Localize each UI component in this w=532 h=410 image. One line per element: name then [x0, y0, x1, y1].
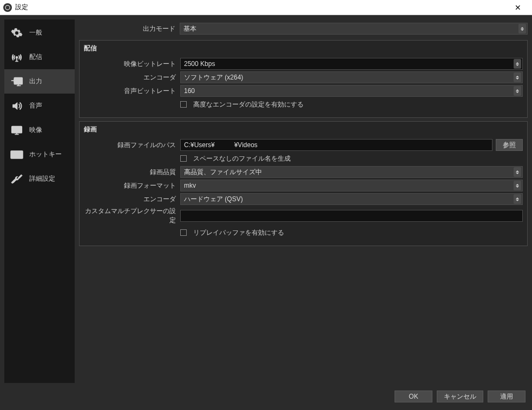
video-bitrate-label: 映像ビットレート	[84, 59, 180, 69]
record-path-input[interactable]: C:¥Users¥ ¥Videos	[180, 139, 492, 151]
muxer-label: カスタムマルチプレクサーの設定	[84, 207, 180, 225]
record-encoder-select[interactable]: ハードウェア (QSV)	[180, 193, 523, 205]
output-mode-label: 出力モード	[79, 24, 180, 34]
stream-panel: 配信 映像ビットレート 2500 Kbps エンコーダ ソフトウェア (x264…	[79, 40, 528, 118]
chevron-updown-icon	[514, 167, 521, 177]
sidebar-item-audio[interactable]: 音声	[4, 94, 75, 118]
stream-encoder-select[interactable]: ソフトウェア (x264)	[180, 71, 523, 83]
record-quality-value: 高品質、ファイルサイズ中	[184, 168, 262, 177]
close-button[interactable]: ✕	[507, 3, 529, 12]
stream-panel-title: 配信	[84, 43, 523, 56]
gear-icon	[10, 27, 24, 39]
audio-bitrate-select[interactable]: 160	[180, 85, 523, 97]
advanced-encoder-checkbox[interactable]	[180, 101, 187, 108]
sidebar-item-hotkeys[interactable]: ホットキー	[4, 142, 75, 167]
titlebar: 設定 ✕	[0, 0, 532, 15]
muxer-input[interactable]	[180, 210, 523, 222]
record-format-value: mkv	[184, 182, 196, 189]
tools-icon	[10, 173, 24, 185]
audio-bitrate-label: 音声ビットレート	[84, 87, 180, 96]
apply-button[interactable]: 適用	[488, 391, 526, 402]
content-area: 出力モード 基本 配信 映像ビットレート 2500 Kbps エンコーダ	[79, 19, 528, 383]
sidebar-item-general[interactable]: 一般	[4, 21, 75, 45]
stream-encoder-label: エンコーダ	[84, 73, 180, 82]
nospace-filename-label: スペースなしのファイル名を生成	[193, 154, 291, 163]
sidebar-item-advanced[interactable]: 詳細設定	[4, 167, 75, 191]
video-bitrate-input[interactable]: 2500 Kbps	[180, 58, 523, 70]
chevron-updown-icon	[514, 181, 521, 190]
ok-button[interactable]: OK	[395, 391, 432, 402]
cancel-button[interactable]: キャンセル	[437, 391, 483, 402]
sidebar-item-label: 詳細設定	[29, 174, 55, 183]
app-icon	[3, 3, 12, 12]
chevron-updown-icon	[518, 24, 526, 34]
video-bitrate-value: 2500 Kbps	[184, 60, 215, 68]
record-panel: 録画 録画ファイルのパス C:¥Users¥ ¥Videos 参照 スペースなし…	[79, 121, 528, 246]
advanced-encoder-label: 高度なエンコーダの設定を有効にする	[193, 100, 304, 109]
keyboard-icon	[10, 149, 24, 161]
record-encoder-value: ハードウェア (QSV)	[184, 195, 243, 204]
spinner-icon[interactable]	[514, 59, 521, 69]
record-format-select[interactable]: mkv	[180, 180, 523, 191]
sidebar-item-label: 音声	[29, 101, 42, 110]
record-path-label: 録画ファイルのパス	[84, 141, 180, 150]
audio-bitrate-value: 160	[184, 87, 195, 95]
output-mode-select[interactable]: 基本	[180, 23, 528, 35]
record-format-label: 録画フォーマット	[84, 181, 180, 190]
antenna-icon	[10, 51, 24, 63]
chevron-updown-icon	[514, 86, 521, 96]
nospace-filename-checkbox[interactable]	[180, 155, 187, 162]
monitor-icon	[10, 124, 24, 136]
stream-encoder-value: ソフトウェア (x264)	[184, 73, 243, 82]
output-icon	[10, 76, 24, 88]
sidebar-item-label: ホットキー	[29, 150, 62, 159]
output-mode-value: 基本	[183, 24, 196, 34]
footer: OK キャンセル 適用	[0, 387, 532, 406]
window-title: 設定	[15, 3, 28, 12]
record-quality-select[interactable]: 高品質、ファイルサイズ中	[180, 166, 523, 178]
record-panel-title: 録画	[84, 124, 523, 137]
sidebar: 一般 配信 出力 音声 映像	[4, 19, 75, 383]
record-path-value: C:¥Users¥ ¥Videos	[184, 141, 258, 150]
sidebar-item-output[interactable]: 出力	[4, 69, 75, 94]
sidebar-item-label: 一般	[29, 28, 42, 37]
sidebar-item-label: 配信	[29, 52, 42, 62]
speaker-icon	[10, 100, 24, 112]
sidebar-item-label: 映像	[29, 125, 42, 135]
sidebar-item-label: 出力	[29, 77, 42, 86]
replay-buffer-checkbox[interactable]	[180, 229, 187, 236]
browse-button[interactable]: 参照	[496, 139, 523, 151]
svg-rect-3	[12, 126, 22, 133]
svg-point-0	[5, 5, 10, 10]
record-encoder-label: エンコーダ	[84, 195, 180, 204]
chevron-updown-icon	[514, 72, 521, 82]
sidebar-item-stream[interactable]: 配信	[4, 45, 75, 69]
record-quality-label: 録画品質	[84, 168, 180, 177]
sidebar-item-video[interactable]: 映像	[4, 118, 75, 142]
replay-buffer-label: リプレイバッファを有効にする	[193, 228, 284, 237]
chevron-updown-icon	[514, 194, 521, 204]
